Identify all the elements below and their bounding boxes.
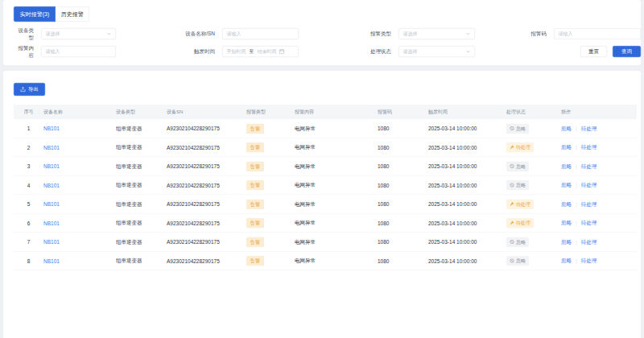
alarm-code-cell: 1080	[378, 126, 428, 132]
alarm-content-input[interactable]: 请输入	[41, 46, 116, 57]
handle-status-cell: 忽略	[506, 161, 561, 171]
action-ignore-link[interactable]: 忽略	[561, 220, 572, 226]
alarm-type-tag: 告警	[246, 180, 264, 191]
action-divider: |	[576, 182, 577, 188]
action-pending-link[interactable]: 待处理	[581, 182, 597, 188]
alarm-code-input[interactable]: 请输入	[554, 28, 641, 39]
action-divider: |	[576, 126, 577, 132]
trigger-time-cell: 2025-03-14 10:00:00	[428, 144, 506, 150]
alarm-content-cell: 电网异常	[295, 200, 378, 208]
status-badge-label: 忽略	[516, 163, 526, 170]
status-badge-label: 忽略	[516, 238, 526, 245]
alarm-type-cell: 告警	[246, 161, 295, 171]
action-pending-link[interactable]: 待处理	[581, 239, 597, 245]
trigger-time-cell: 2025-03-14 10:00:00	[428, 201, 506, 208]
status-badge: 待处理	[506, 199, 534, 209]
export-button-label: 导出	[28, 86, 39, 93]
handle-status-select[interactable]: 请选择	[398, 46, 475, 57]
alarm-code-cell: 1080	[378, 144, 428, 150]
status-badge-label: 待处理	[516, 220, 530, 227]
alarm-content-cell: 电网异常	[295, 182, 378, 189]
alarm-code-cell: 1080	[378, 220, 428, 226]
device-name-link[interactable]: NB101	[43, 220, 60, 226]
table-row: 2NB101组串逆变器A92302104228290175告警电网异常10802…	[14, 138, 637, 158]
trigger-time-range-picker[interactable]: 开始时间 至 结束时间	[222, 46, 299, 57]
trigger-time-cell: 2025-03-14 10:00:00	[428, 126, 506, 132]
table-row: 8NB101组串逆变器A92302104228290175告警电网异常10802…	[14, 252, 637, 271]
status-badge-label: 待处理	[516, 200, 530, 208]
action-ignore-link[interactable]: 忽略	[561, 182, 572, 188]
column-header-trigger-time: 触发时间	[428, 109, 506, 116]
device-type-cell: 组串逆变器	[116, 258, 167, 265]
device-type-cell: 组串逆变器	[116, 200, 167, 208]
table-row: 1NB101组串逆变器A92302104228290175告警电网异常10802…	[14, 119, 637, 138]
row-seq: 4	[14, 182, 43, 188]
action-ignore-link[interactable]: 忽略	[561, 144, 572, 150]
action-ignore-link[interactable]: 忽略	[561, 258, 572, 264]
trigger-time-label: 触发时间	[179, 48, 215, 56]
device-name-link[interactable]: NB101	[43, 163, 60, 170]
status-badge-label: 忽略	[516, 258, 526, 265]
tab-history-alarms[interactable]: 历史报警	[56, 6, 89, 22]
chevron-down-icon	[107, 31, 112, 36]
filter-device-name-sn: 设备名称/SN 请输入	[179, 28, 299, 39]
reset-button[interactable]: 重置	[580, 46, 607, 57]
action-pending-link[interactable]: 待处理	[581, 201, 597, 208]
action-ignore-link[interactable]: 忽略	[561, 201, 572, 208]
search-button[interactable]: 查询	[613, 46, 641, 57]
action-ignore-link[interactable]: 忽略	[561, 126, 572, 132]
action-pending-link[interactable]: 待处理	[581, 220, 597, 226]
device-name-link[interactable]: NB101	[43, 258, 60, 264]
ignore-icon	[510, 258, 514, 263]
handle-status-cell: 忽略	[506, 180, 561, 191]
alarm-type-tag: 告警	[246, 142, 264, 153]
action-pending-link[interactable]: 待处理	[581, 144, 597, 150]
alarm-code-cell: 1080	[378, 163, 428, 170]
device-type-cell: 组串逆变器	[116, 144, 167, 151]
action-divider: |	[576, 239, 577, 245]
filter-alarm-code: 报警码 请输入	[514, 28, 641, 39]
alarm-content-cell: 电网异常	[295, 258, 378, 265]
tab-realtime-alarms[interactable]: 实时报警(3)	[14, 6, 56, 22]
device-sn-cell: A92302104228290175	[167, 182, 246, 188]
alarm-type-select[interactable]: 请选择	[398, 28, 475, 39]
alarm-type-cell: 告警	[246, 199, 295, 209]
alarm-code-placeholder: 请输入	[559, 31, 637, 38]
status-badge: 待处理	[506, 218, 534, 229]
action-pending-link[interactable]: 待处理	[581, 258, 597, 264]
device-name-cell: NB101	[43, 126, 116, 132]
column-header-alarm-content: 报警内容	[295, 109, 378, 116]
device-name-link[interactable]: NB101	[43, 126, 60, 132]
table-row: 4NB101组串逆变器A92302104228290175告警电网异常10802…	[14, 176, 637, 196]
handle-status-cell: 待处理	[506, 218, 561, 229]
table-body: 1NB101组串逆变器A92302104228290175告警电网异常10802…	[14, 119, 637, 270]
ignore-icon	[510, 240, 514, 245]
row-seq: 5	[14, 201, 43, 208]
device-sn-cell: A92302104228290175	[167, 220, 246, 226]
device-name-link[interactable]: NB101	[43, 239, 60, 245]
device-name-link[interactable]: NB101	[43, 144, 60, 150]
end-time-placeholder: 结束时间	[258, 48, 277, 56]
action-pending-link[interactable]: 待处理	[581, 126, 597, 132]
action-ignore-link[interactable]: 忽略	[561, 239, 572, 245]
device-type-cell: 组串逆变器	[116, 163, 167, 170]
pending-wrench-icon	[510, 202, 514, 207]
action-divider: |	[576, 201, 577, 208]
action-ignore-link[interactable]: 忽略	[561, 163, 572, 170]
device-type-select[interactable]: 请选择	[41, 28, 116, 39]
column-header-alarm-code: 报警码	[378, 109, 428, 116]
action-pending-link[interactable]: 待处理	[581, 163, 597, 170]
calendar-icon	[279, 49, 285, 55]
device-name-link[interactable]: NB101	[43, 182, 60, 188]
pending-wrench-icon	[510, 145, 514, 150]
status-badge: 忽略	[506, 256, 529, 266]
device-name-link[interactable]: NB101	[43, 201, 60, 208]
alarm-content-cell: 电网异常	[295, 144, 378, 151]
export-button[interactable]: 导出	[14, 83, 45, 96]
status-badge: 忽略	[506, 237, 529, 247]
alarm-type-tag: 告警	[246, 161, 264, 171]
alarm-content-placeholder: 请输入	[46, 48, 112, 56]
device-name-sn-input[interactable]: 请输入	[222, 28, 299, 39]
actions-cell: 忽略|待处理	[561, 200, 637, 208]
row-seq: 1	[14, 126, 43, 132]
